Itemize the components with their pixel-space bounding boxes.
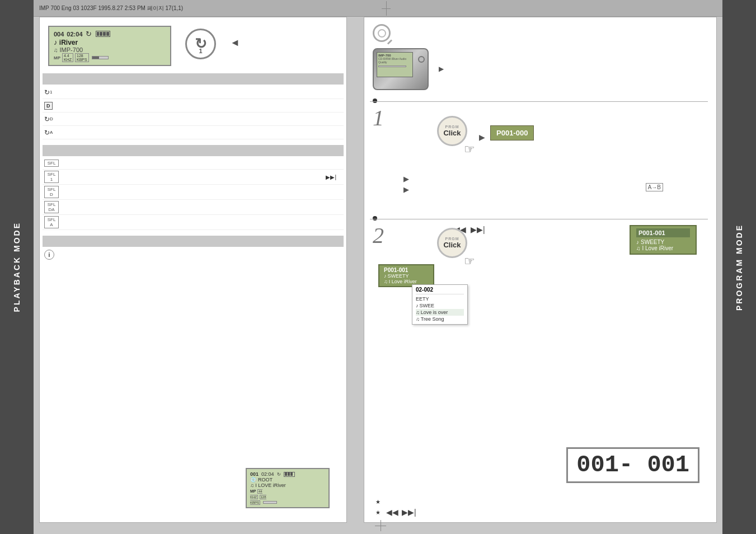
sfl-row-d: SFLD: [43, 185, 344, 200]
bottom-nav-buttons[interactable]: ◀◀ ▶▶|: [386, 508, 416, 517]
left-sidebar: PLAYBACK MODE: [0, 0, 34, 534]
step1-play-arrows: ▶ ▶: [403, 175, 409, 194]
bottom-nav-controls: ★ ◀◀ ▶▶|: [375, 508, 416, 517]
right-panel: IMP-700 CD-R/RW iRiver Audio Quality ▶ 1: [364, 17, 717, 523]
bottom-nav-prev[interactable]: ◀◀: [386, 508, 398, 517]
repeat-mode-a: ↻A: [43, 126, 344, 139]
lcd-format-row: MP 4.4KHZ 128KBPS: [54, 53, 166, 62]
bottom-nav-next[interactable]: ▶▶|: [402, 508, 416, 517]
device-play-arrow: ▶: [439, 65, 444, 73]
speaker-icon: ◄: [230, 37, 240, 49]
rp-header-area: [398, 23, 705, 45]
step1-click-label: Click: [443, 129, 461, 137]
sfl-row-a: SFLA: [43, 215, 344, 230]
main-content: IMP 700 Eng 03 1023F 1995.8.27 2:53 PM 페…: [34, 0, 722, 534]
repeat-mode-1: ↻1: [43, 86, 344, 99]
finger-cursor-1: ☞: [464, 142, 475, 157]
magnifier-icon: [373, 24, 391, 42]
battery-icon: [96, 31, 110, 37]
nav-next-icon[interactable]: ▶▶|: [471, 225, 485, 234]
p001-001-panel: P001-001 ♪ SWEETY ♫ I Love iRiver: [630, 225, 697, 255]
repeat-mode-d: D: [43, 99, 344, 113]
repeat-mode-cd: ↻D: [43, 113, 344, 126]
lcd-display: 004 02:04 ↻ ♪ iRiver ♫ IMP-700: [48, 26, 171, 66]
lcd-time: 02:04: [67, 31, 82, 38]
p001-000-box: P001-000: [490, 125, 534, 140]
right-sidebar-label: PROGRAM MODE: [735, 224, 744, 311]
bottom-crosshair: [375, 520, 386, 531]
step2-section: 2 ◀◀ ▶▶| PRGM Click ☞: [370, 219, 708, 494]
lcd-artist-row: ♪ iRiver: [54, 38, 166, 46]
step1-section: 1 PRGM Click ☞ ▶: [370, 101, 708, 208]
lcd-model: IMP-700: [60, 46, 83, 53]
imp700-screen: IMP-700 CD-R/RW iRiver Audio Quality: [377, 52, 413, 77]
sfl-row-0: SFL: [43, 157, 344, 170]
repeat-modes: ↻1 D ↻D ↻A: [43, 86, 344, 139]
sfl-row-da: SFLDA: [43, 200, 344, 215]
left-panel: 004 02:04 ↻ ♪ iRiver ♫ IMP-700: [39, 17, 347, 523]
bottom-lcd-format: MP 44KHZ 128KBPS: [250, 488, 325, 505]
bottom-lcd-song: ♫ I LOVE iRiver: [250, 483, 325, 488]
bottom-lcd-track: 001: [250, 471, 259, 477]
right-sidebar: PROGRAM MODE: [722, 0, 756, 534]
p001-001-song: ♫ I Love iRiver: [636, 245, 690, 251]
sfl-row-1: SFL1 ▶▶|: [43, 170, 344, 185]
p001-001-artist: ♪ SWEETY: [636, 239, 690, 245]
shuffle-modes: SFL SFL1 ▶▶| SFLD SFLDA SFLA: [43, 157, 344, 230]
p001-001-header: P001-001: [636, 228, 690, 237]
header-bar: IMP 700 Eng 03 1023F 1995.8.27 2:53 PM 페…: [34, 0, 722, 17]
large-track-number: 001- 001: [566, 447, 699, 483]
step1-arrow: ▶: [479, 133, 485, 142]
ab-repeat-icon: A→B: [646, 183, 663, 191]
imp700-device: IMP-700 CD-R/RW iRiver Audio Quality: [373, 48, 429, 90]
finger-cursor-2: ☞: [464, 254, 475, 269]
popup-02002: 02-002 EETY ♪SWEE ♫Love is over ♫Tree So…: [412, 284, 468, 325]
lcd-repeat-icon: ↻: [86, 30, 92, 38]
bottom-bullet-2: ★: [375, 498, 381, 505]
extended-popup-area: P001-001 ♪SWEETY ♫I Love iRiver 02-002 E…: [378, 264, 434, 330]
bottom-lcd: 001 02:04 ↻ 💿 ROOT ♫ I LOVE iRiver MP 44…: [246, 468, 330, 508]
lcd-model-row: ♫ IMP-700: [54, 46, 166, 53]
bottom-lcd-folder: ROOT: [258, 477, 273, 483]
step2-number: 2: [373, 222, 384, 249]
lcd-track: 004: [54, 31, 64, 38]
ext-p001-001: P001-001: [384, 267, 429, 273]
step1-number: 1: [373, 105, 384, 131]
section-bar-repeat: [43, 73, 344, 85]
step2-click-label: Click: [443, 241, 461, 249]
section-bar-info: [43, 236, 344, 247]
device-image-area: IMP-700 CD-R/RW iRiver Audio Quality ▶: [373, 48, 437, 96]
repeat-circle: ↻ 1: [185, 29, 216, 59]
section-bar-shuffle: [43, 145, 344, 156]
lcd-artist: iRiver: [59, 39, 78, 46]
step1-prgm-click[interactable]: PRGM Click ☞: [437, 116, 469, 148]
step2-prgm-click[interactable]: PRGM Click ☞: [437, 228, 469, 260]
header-title: IMP 700 Eng 03 1023F 1995.8.27 2:53 PM 페…: [39, 4, 183, 12]
bottom-bullet-1: ★: [375, 509, 381, 516]
info-section: i: [43, 248, 344, 276]
left-sidebar-label: PLAYBACK MODE: [12, 222, 21, 312]
info-row: i: [43, 248, 344, 265]
info-badge: i: [44, 250, 54, 260]
